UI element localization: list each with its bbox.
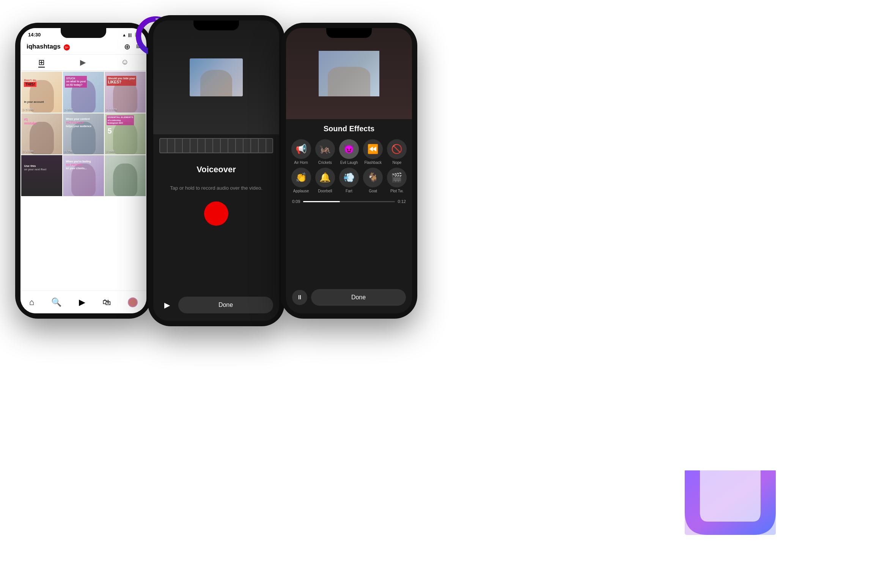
ig-grid: Don't doTHIS! in your account ▷ 5 360 ST… <box>20 71 146 197</box>
se-item-evillaugh: 😈 Evil Laugh <box>338 139 359 165</box>
se-video-thumbnail <box>319 51 379 96</box>
se-evillaugh-label: Evil Laugh <box>340 160 358 165</box>
phone2-screen: Voiceover Tap or hold to record audio ov… <box>153 20 279 321</box>
voiceover-filmstrip <box>159 138 273 153</box>
se-item-plottwist: 🎬 Plot Tw. <box>387 168 407 193</box>
se-pause-button[interactable]: ⏸ <box>292 290 307 305</box>
se-done-button[interactable]: Done <box>311 289 406 306</box>
se-time-end: 0:12 <box>398 199 406 204</box>
wifi-icon: ▲ <box>122 33 126 37</box>
nav-home[interactable]: ⌂ <box>29 297 34 307</box>
voiceover-video-thumbnail <box>190 58 243 96</box>
cell4-count: ▷ 1 048 <box>23 149 33 153</box>
grid-cell-8[interactable]: When you're feelingSO PROUDlet your clie… <box>63 155 104 196</box>
grid-cell-4[interactable]: #1mistake ▷ 1 048 <box>21 113 62 154</box>
ig-username: iqhashtags <box>27 43 61 50</box>
se-item-airhorn: 📢 Air Horn <box>291 139 311 165</box>
ig-notification-badge: 9+ <box>64 44 70 50</box>
notch3 <box>326 28 372 38</box>
se-nope-button[interactable]: 🚫 <box>387 139 407 159</box>
cell5-count: ▷ 791 <box>64 149 73 153</box>
cell1-count: ▷ 5 360 <box>23 108 33 111</box>
se-timeline: 0:09 0:12 <box>292 199 406 204</box>
voiceover-play-button[interactable]: ▶ <box>159 297 175 313</box>
se-applause-label: Applause <box>293 189 309 193</box>
se-nope-label: Nope <box>392 160 401 165</box>
tab-tagged[interactable]: ☺ <box>121 58 129 68</box>
se-fart-button[interactable]: 💨 <box>339 168 359 187</box>
se-item-crickets: 🦗 Crickets <box>314 139 335 165</box>
se-crickets-button[interactable]: 🦗 <box>315 139 335 159</box>
tab-reels[interactable]: ▶ <box>80 58 86 68</box>
se-item-nope: 🚫 Nope <box>387 139 407 165</box>
grid-cell-7[interactable]: Use thison your next Reel <box>21 155 62 196</box>
se-doorbell-label: Doorbell <box>318 189 332 193</box>
grid-cell-2[interactable]: STUCKon what to poston IG today? ▷ 632 <box>63 72 104 113</box>
se-plottwist-button[interactable]: 🎬 <box>387 168 407 187</box>
se-item-flashback: ⏪ Flashback <box>363 139 384 165</box>
pause-icon: ⏸ <box>297 294 303 301</box>
grid-cell-3[interactable]: Should you hide yourLIKES? ▷ 2 078 <box>105 72 146 113</box>
se-video-area <box>286 28 412 119</box>
status-time: 14:30 <box>28 32 41 38</box>
ig-bottom-nav: ⌂ 🔍 ▶ 🛍 <box>20 291 146 313</box>
svg-rect-1 <box>685 470 776 535</box>
cell2-count: ▷ 632 <box>64 108 73 111</box>
voiceover-instruction: Tap or hold to record audio over the vid… <box>153 182 279 194</box>
se-time-start: 0:09 <box>292 199 300 204</box>
grid-cell-6[interactable]: ESSENTIAL ELEMENTSof a winningInstagram … <box>105 113 146 154</box>
add-icon[interactable]: ⊕ <box>124 42 130 51</box>
se-airhorn-label: Air Horn <box>294 160 308 165</box>
se-progress-fill <box>303 201 340 202</box>
nav-shop[interactable]: 🛍 <box>102 297 111 307</box>
cell3-count: ▷ 2 078 <box>106 108 117 111</box>
se-item-applause: 👏 Applause <box>291 168 311 193</box>
voiceover-video-area <box>153 20 279 134</box>
se-bottom-bar: ⏸ Done <box>292 289 406 306</box>
phone1-screen: 14:30 ▲ ||| 🔋 iqhashtags 9+ ⊕ ≡ ⊞ ▶ ☺ <box>20 28 146 313</box>
se-effects-grid: 📢 Air Horn 🦗 Crickets 😈 Evil Laugh ⏪ Fla… <box>286 136 412 196</box>
se-applause-button[interactable]: 👏 <box>291 168 311 187</box>
voiceover-title: Voiceover <box>153 157 279 182</box>
notch <box>61 28 106 38</box>
se-item-goat: 🐐 Goat <box>363 168 384 193</box>
nav-search[interactable]: 🔍 <box>51 297 61 307</box>
voiceover-done-button[interactable]: Done <box>178 297 273 313</box>
voiceover-record-button[interactable] <box>204 201 228 226</box>
grid-cell-1[interactable]: Don't doTHIS! in your account ▷ 5 360 <box>21 72 62 113</box>
se-goat-label: Goat <box>369 189 377 193</box>
phone-voiceover: Voiceover Tap or hold to record audio ov… <box>148 15 285 326</box>
ig-username-area: iqhashtags 9+ <box>27 43 70 50</box>
phone-sound-effects: Sound Effects 📢 Air Horn 🦗 Crickets 😈 Ev… <box>281 23 417 319</box>
se-doorbell-button[interactable]: 🔔 <box>315 168 335 187</box>
decorative-arch <box>677 467 783 542</box>
se-title: Sound Effects <box>286 119 412 136</box>
phone3-screen: Sound Effects 📢 Air Horn 🦗 Crickets 😈 Ev… <box>286 28 412 313</box>
se-flashback-button[interactable]: ⏪ <box>363 139 383 159</box>
se-item-fart: 💨 Fart <box>338 168 359 193</box>
se-item-doorbell: 🔔 Doorbell <box>314 168 335 193</box>
se-goat-button[interactable]: 🐐 <box>363 168 383 187</box>
se-evillaugh-button[interactable]: 😈 <box>339 139 359 159</box>
se-fart-label: Fart <box>346 189 352 193</box>
se-plottwist-label: Plot Tw. <box>390 189 404 193</box>
se-airhorn-button[interactable]: 📢 <box>291 139 311 159</box>
notch2 <box>193 20 239 30</box>
phone-instagram: 14:30 ▲ ||| 🔋 iqhashtags 9+ ⊕ ≡ ⊞ ▶ ☺ <box>15 23 152 319</box>
nav-avatar[interactable] <box>128 297 138 307</box>
voiceover-bottom-bar: ▶ Done <box>159 297 273 313</box>
ig-tabs: ⊞ ▶ ☺ <box>20 55 146 71</box>
cell6-count: ▷ 649 <box>106 149 115 153</box>
grid-cell-5[interactable]: When your contentACTUALLYhelps your audi… <box>63 113 104 154</box>
tab-grid[interactable]: ⊞ <box>38 58 45 68</box>
signal-icon: ||| <box>128 33 132 37</box>
se-progress-bar[interactable] <box>303 201 395 202</box>
grid-cell-9[interactable] <box>105 155 146 196</box>
nav-reels[interactable]: ▶ <box>79 297 85 307</box>
ig-header: iqhashtags 9+ ⊕ ≡ <box>20 39 146 55</box>
se-flashback-label: Flashback <box>364 160 382 165</box>
se-crickets-label: Crickets <box>318 160 332 165</box>
